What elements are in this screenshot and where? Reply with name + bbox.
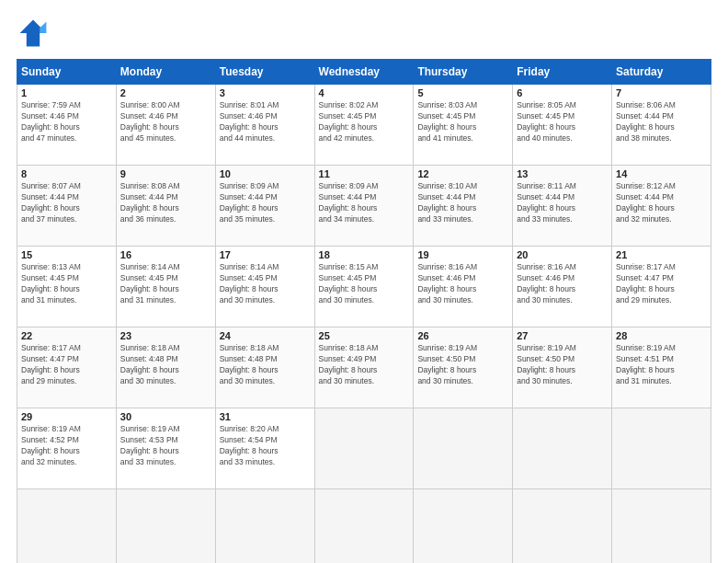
calendar-cell: 21Sunrise: 8:17 AMSunset: 4:47 PMDayligh… xyxy=(612,247,711,327)
day-number: 21 xyxy=(616,249,707,260)
day-number: 28 xyxy=(616,330,707,341)
day-info: Sunrise: 8:20 AMSunset: 4:54 PMDaylight:… xyxy=(220,424,311,468)
calendar-cell xyxy=(612,489,711,564)
calendar-cell xyxy=(513,489,612,564)
col-thursday: Thursday xyxy=(414,60,513,85)
calendar-cell: 25Sunrise: 8:18 AMSunset: 4:49 PMDayligh… xyxy=(314,327,414,408)
day-info: Sunrise: 8:19 AMSunset: 4:50 PMDaylight:… xyxy=(417,343,508,387)
day-info: Sunrise: 8:10 AMSunset: 4:44 PMDaylight:… xyxy=(417,181,508,225)
day-number: 14 xyxy=(616,168,707,179)
calendar-cell: 6Sunrise: 8:05 AMSunset: 4:45 PMDaylight… xyxy=(513,85,612,166)
day-info: Sunrise: 8:07 AMSunset: 4:44 PMDaylight:… xyxy=(21,181,112,225)
day-number: 8 xyxy=(21,168,112,179)
day-info: Sunrise: 8:16 AMSunset: 4:46 PMDaylight:… xyxy=(517,262,608,306)
day-info: Sunrise: 8:19 AMSunset: 4:53 PMDaylight:… xyxy=(120,424,211,468)
calendar-cell: 1Sunrise: 7:59 AMSunset: 4:46 PMDaylight… xyxy=(17,85,117,166)
day-info: Sunrise: 8:15 AMSunset: 4:45 PMDaylight:… xyxy=(319,262,410,306)
day-info: Sunrise: 8:12 AMSunset: 4:44 PMDaylight:… xyxy=(616,181,707,225)
calendar-week-row: 1Sunrise: 7:59 AMSunset: 4:46 PMDaylight… xyxy=(17,85,711,166)
day-info: Sunrise: 8:09 AMSunset: 4:44 PMDaylight:… xyxy=(220,181,311,225)
day-info: Sunrise: 8:19 AMSunset: 4:52 PMDaylight:… xyxy=(21,424,112,468)
day-info: Sunrise: 8:05 AMSunset: 4:45 PMDaylight:… xyxy=(517,100,608,144)
calendar-cell: 27Sunrise: 8:19 AMSunset: 4:50 PMDayligh… xyxy=(513,327,612,408)
day-number: 25 xyxy=(319,330,410,341)
day-number: 12 xyxy=(417,168,508,179)
day-info: Sunrise: 8:02 AMSunset: 4:45 PMDaylight:… xyxy=(319,100,410,144)
day-number: 16 xyxy=(120,249,211,260)
day-info: Sunrise: 8:06 AMSunset: 4:44 PMDaylight:… xyxy=(616,100,707,144)
calendar-cell xyxy=(17,489,117,564)
day-number: 31 xyxy=(220,411,311,422)
day-info: Sunrise: 8:18 AMSunset: 4:48 PMDaylight:… xyxy=(120,343,211,387)
logo-icon xyxy=(17,17,50,50)
day-info: Sunrise: 8:00 AMSunset: 4:46 PMDaylight:… xyxy=(120,100,211,144)
day-info: Sunrise: 8:08 AMSunset: 4:44 PMDaylight:… xyxy=(120,181,211,225)
calendar-cell: 19Sunrise: 8:16 AMSunset: 4:46 PMDayligh… xyxy=(414,247,513,327)
day-number: 22 xyxy=(21,330,112,341)
day-number: 27 xyxy=(517,330,608,341)
header xyxy=(17,17,711,50)
calendar-week-row: 8Sunrise: 8:07 AMSunset: 4:44 PMDaylight… xyxy=(17,166,711,247)
calendar-header-row: Sunday Monday Tuesday Wednesday Thursday… xyxy=(17,60,711,85)
calendar-cell xyxy=(116,489,215,564)
calendar-cell: 2Sunrise: 8:00 AMSunset: 4:46 PMDaylight… xyxy=(116,85,215,166)
calendar-week-row: 22Sunrise: 8:17 AMSunset: 4:47 PMDayligh… xyxy=(17,327,711,408)
calendar-cell: 23Sunrise: 8:18 AMSunset: 4:48 PMDayligh… xyxy=(116,327,215,408)
day-info: Sunrise: 8:03 AMSunset: 4:45 PMDaylight:… xyxy=(417,100,508,144)
day-number: 18 xyxy=(319,249,410,260)
calendar-table: Sunday Monday Tuesday Wednesday Thursday… xyxy=(17,59,711,563)
day-info: Sunrise: 8:17 AMSunset: 4:47 PMDaylight:… xyxy=(21,343,112,387)
calendar-cell xyxy=(314,489,414,564)
calendar-cell: 26Sunrise: 8:19 AMSunset: 4:50 PMDayligh… xyxy=(414,327,513,408)
calendar-cell: 15Sunrise: 8:13 AMSunset: 4:45 PMDayligh… xyxy=(17,247,117,327)
calendar-cell xyxy=(215,489,314,564)
day-info: Sunrise: 8:19 AMSunset: 4:51 PMDaylight:… xyxy=(616,343,707,387)
calendar-cell xyxy=(513,408,612,489)
logo xyxy=(17,17,53,50)
calendar-cell xyxy=(414,408,513,489)
calendar-cell: 29Sunrise: 8:19 AMSunset: 4:52 PMDayligh… xyxy=(17,408,117,489)
day-number: 9 xyxy=(120,168,211,179)
calendar-cell xyxy=(314,408,414,489)
calendar-cell: 17Sunrise: 8:14 AMSunset: 4:45 PMDayligh… xyxy=(215,247,314,327)
calendar-cell xyxy=(414,489,513,564)
day-number: 3 xyxy=(220,87,311,98)
day-number: 26 xyxy=(417,330,508,341)
calendar-cell xyxy=(612,408,711,489)
col-wednesday: Wednesday xyxy=(314,60,414,85)
calendar-week-row xyxy=(17,489,711,564)
col-saturday: Saturday xyxy=(612,60,711,85)
calendar-cell: 22Sunrise: 8:17 AMSunset: 4:47 PMDayligh… xyxy=(17,327,117,408)
calendar-week-row: 15Sunrise: 8:13 AMSunset: 4:45 PMDayligh… xyxy=(17,247,711,327)
calendar-cell: 24Sunrise: 8:18 AMSunset: 4:48 PMDayligh… xyxy=(215,327,314,408)
calendar-week-row: 29Sunrise: 8:19 AMSunset: 4:52 PMDayligh… xyxy=(17,408,711,489)
day-number: 7 xyxy=(616,87,707,98)
day-info: Sunrise: 8:19 AMSunset: 4:50 PMDaylight:… xyxy=(517,343,608,387)
col-friday: Friday xyxy=(513,60,612,85)
calendar-cell: 20Sunrise: 8:16 AMSunset: 4:46 PMDayligh… xyxy=(513,247,612,327)
page: Sunday Monday Tuesday Wednesday Thursday… xyxy=(0,0,728,563)
col-monday: Monday xyxy=(116,60,215,85)
day-info: Sunrise: 8:18 AMSunset: 4:48 PMDaylight:… xyxy=(220,343,311,387)
day-number: 11 xyxy=(319,168,410,179)
calendar-cell: 11Sunrise: 8:09 AMSunset: 4:44 PMDayligh… xyxy=(314,166,414,247)
day-info: Sunrise: 8:01 AMSunset: 4:46 PMDaylight:… xyxy=(220,100,311,144)
day-info: Sunrise: 8:17 AMSunset: 4:47 PMDaylight:… xyxy=(616,262,707,306)
calendar-cell: 30Sunrise: 8:19 AMSunset: 4:53 PMDayligh… xyxy=(116,408,215,489)
calendar-cell: 9Sunrise: 8:08 AMSunset: 4:44 PMDaylight… xyxy=(116,166,215,247)
calendar-cell: 7Sunrise: 8:06 AMSunset: 4:44 PMDaylight… xyxy=(612,85,711,166)
day-number: 19 xyxy=(417,249,508,260)
calendar-cell: 18Sunrise: 8:15 AMSunset: 4:45 PMDayligh… xyxy=(314,247,414,327)
calendar-cell: 10Sunrise: 8:09 AMSunset: 4:44 PMDayligh… xyxy=(215,166,314,247)
day-info: Sunrise: 8:14 AMSunset: 4:45 PMDaylight:… xyxy=(120,262,211,306)
calendar-cell: 13Sunrise: 8:11 AMSunset: 4:44 PMDayligh… xyxy=(513,166,612,247)
day-info: Sunrise: 8:11 AMSunset: 4:44 PMDaylight:… xyxy=(517,181,608,225)
day-number: 2 xyxy=(120,87,211,98)
calendar-cell: 31Sunrise: 8:20 AMSunset: 4:54 PMDayligh… xyxy=(215,408,314,489)
day-info: Sunrise: 8:09 AMSunset: 4:44 PMDaylight:… xyxy=(319,181,410,225)
day-info: Sunrise: 8:13 AMSunset: 4:45 PMDaylight:… xyxy=(21,262,112,306)
calendar-cell: 4Sunrise: 8:02 AMSunset: 4:45 PMDaylight… xyxy=(314,85,414,166)
calendar-cell: 14Sunrise: 8:12 AMSunset: 4:44 PMDayligh… xyxy=(612,166,711,247)
day-info: Sunrise: 7:59 AMSunset: 4:46 PMDaylight:… xyxy=(21,100,112,144)
day-number: 23 xyxy=(120,330,211,341)
